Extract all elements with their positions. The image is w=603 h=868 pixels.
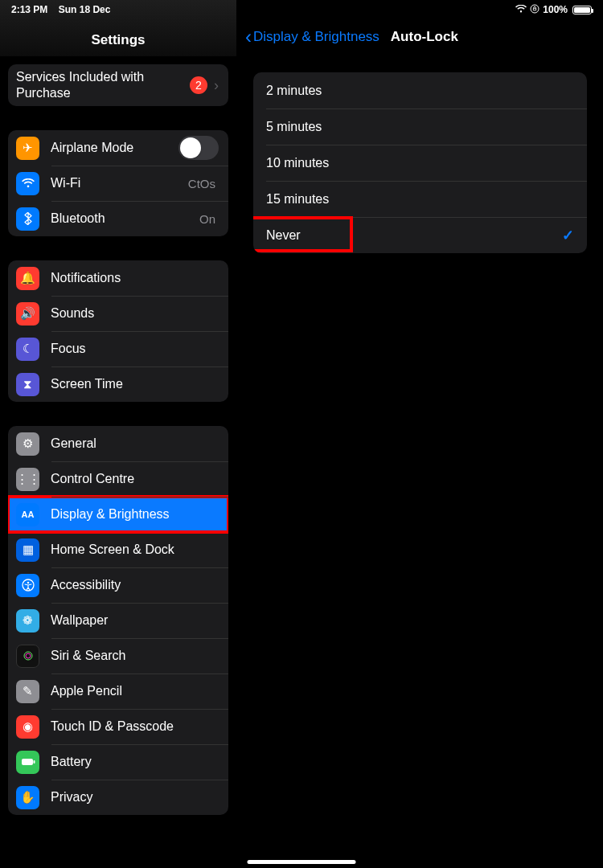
checkmark-icon: ✓ <box>562 227 574 244</box>
sidebar-item-focus[interactable]: ☾ Focus <box>8 331 228 366</box>
sidebar-item-accessibility[interactable]: Accessibility <box>8 567 228 603</box>
sidebar-item-controlcentre[interactable]: ⋮⋮ Control Centre <box>8 461 228 497</box>
wifi-icon <box>16 172 39 195</box>
person-icon <box>16 574 39 597</box>
sidebar-item-notifications[interactable]: 🔔 Notifications <box>8 260 228 296</box>
wifi-icon <box>515 5 527 14</box>
sidebar-title: Settings <box>91 32 145 48</box>
group-connectivity: ✈ Airplane Mode Wi-Fi CtOs Bluetooth On <box>8 130 228 236</box>
sidebar-item-wifi[interactable]: Wi-Fi CtOs <box>8 166 228 201</box>
sidebar-item-services[interactable]: Services Included with Purchase 2 › <box>8 64 228 106</box>
svg-point-2 <box>27 582 29 584</box>
svg-rect-6 <box>22 759 33 765</box>
sidebar-item-screentime[interactable]: ⧗ Screen Time <box>8 366 228 402</box>
gear-icon: ⚙ <box>16 432 39 456</box>
orientation-lock-icon <box>530 4 539 15</box>
sidebar-item-bluetooth[interactable]: Bluetooth On <box>8 201 228 236</box>
chevron-right-icon: › <box>214 77 219 94</box>
sidebar-item-siri[interactable]: Siri & Search <box>8 638 228 674</box>
bluetooth-icon <box>16 207 39 231</box>
autolock-options: 2 minutes 5 minutes 10 minutes 15 minute… <box>253 72 587 253</box>
svg-point-3 <box>22 649 35 662</box>
battery-icon <box>16 751 39 774</box>
option-10min[interactable]: 10 minutes <box>253 145 587 181</box>
option-2min[interactable]: 2 minutes <box>253 72 587 108</box>
sidebar-item-battery[interactable]: Battery <box>8 744 228 780</box>
status-date: Sun 18 Dec <box>59 4 111 15</box>
option-15min[interactable]: 15 minutes <box>253 181 587 217</box>
detail-title: Auto-Lock <box>391 29 458 45</box>
siri-icon <box>16 645 39 668</box>
speaker-icon: 🔊 <box>16 302 39 326</box>
services-badge: 2 <box>190 76 207 94</box>
airplane-toggle[interactable] <box>178 136 219 160</box>
fingerprint-icon: ◉ <box>16 715 39 739</box>
settings-sidebar: Settings Services Included with Purchase… <box>0 0 237 868</box>
back-label: Display & Brightness <box>253 29 379 45</box>
detail-pane: ‹ Display & Brightness Auto-Lock 2 minut… <box>237 0 603 868</box>
option-5min[interactable]: 5 minutes <box>253 108 587 145</box>
svg-point-0 <box>531 5 539 13</box>
chevron-left-icon: ‹ <box>245 31 252 43</box>
hand-icon: ✋ <box>16 786 39 809</box>
group-general: ⚙ General ⋮⋮ Control Centre AA Display &… <box>8 426 228 815</box>
sidebar-item-general[interactable]: ⚙ General <box>8 426 228 461</box>
battery-icon <box>572 6 592 14</box>
group-services: Services Included with Purchase 2 › <box>8 64 228 106</box>
bell-icon: 🔔 <box>16 267 39 290</box>
sidebar-item-pencil[interactable]: ✎ Apple Pencil <box>8 674 228 709</box>
flower-icon: ❁ <box>16 609 39 633</box>
hourglass-icon: ⧗ <box>16 373 39 396</box>
pencil-icon: ✎ <box>16 680 39 703</box>
sidebar-item-wallpaper[interactable]: ❁ Wallpaper <box>8 603 228 638</box>
sidebar-item-touchid[interactable]: ◉ Touch ID & Passcode <box>8 709 228 744</box>
group-notifications: 🔔 Notifications 🔊 Sounds ☾ Focus ⧗ Scree… <box>8 260 228 402</box>
aa-icon: AA <box>16 503 39 526</box>
battery-percent: 100% <box>543 4 568 15</box>
status-bar: 2:13 PM Sun 18 Dec 100% <box>0 0 603 18</box>
sidebar-item-sounds[interactable]: 🔊 Sounds <box>8 296 228 331</box>
sidebar-item-display[interactable]: AA Display & Brightness <box>8 497 228 532</box>
moon-icon: ☾ <box>16 338 39 361</box>
sidebar-item-privacy[interactable]: ✋ Privacy <box>8 780 228 815</box>
sidebar-item-airplane[interactable]: ✈ Airplane Mode <box>8 130 228 166</box>
sidebar-item-homescreen[interactable]: ▦ Home Screen & Dock <box>8 532 228 567</box>
option-never[interactable]: Never ✓ <box>253 217 587 253</box>
switches-icon: ⋮⋮ <box>16 468 39 491</box>
grid-icon: ▦ <box>16 538 39 562</box>
services-label: Services Included with Purchase <box>16 69 190 101</box>
airplane-icon: ✈ <box>16 137 39 160</box>
svg-rect-7 <box>33 760 35 764</box>
home-indicator[interactable] <box>248 860 356 864</box>
status-time: 2:13 PM <box>11 4 47 15</box>
back-button[interactable]: ‹ Display & Brightness <box>245 29 379 45</box>
